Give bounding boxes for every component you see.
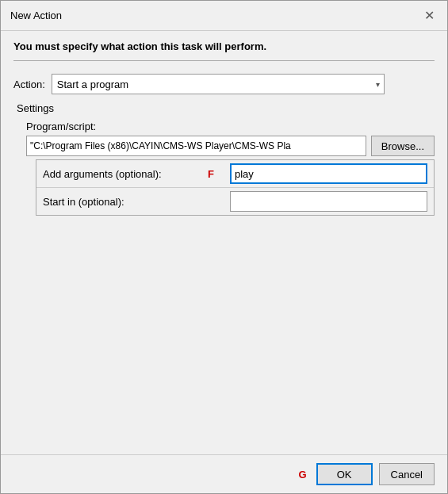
- warning-section: You must specify what action this task w…: [13, 40, 435, 61]
- settings-label: Settings: [17, 102, 435, 114]
- program-input[interactable]: [26, 136, 366, 156]
- settings-table: Add arguments (optional): F Start in (op…: [36, 159, 435, 216]
- close-button[interactable]: ✕: [420, 7, 438, 25]
- flag-g: G: [299, 469, 307, 481]
- action-row: Action: Start a program Send an e-mail D…: [13, 74, 435, 94]
- field-group: Program/script: Browse... Add arguments …: [26, 121, 435, 216]
- browse-button[interactable]: Browse...: [371, 136, 435, 156]
- dialog-footer: G OK Cancel: [1, 454, 447, 493]
- args-input[interactable]: [230, 163, 427, 184]
- program-label: Program/script:: [26, 121, 435, 132]
- program-row: Browse...: [26, 136, 435, 156]
- action-label: Action:: [13, 79, 45, 90]
- action-select-wrapper[interactable]: Start a program Send an e-mail Display a…: [52, 74, 385, 94]
- start-input[interactable]: [230, 191, 427, 212]
- new-action-dialog: New Action ✕ You must specify what actio…: [0, 0, 448, 494]
- warning-text: You must specify what action this task w…: [13, 40, 266, 52]
- args-label: Add arguments (optional):: [43, 168, 201, 180]
- flag-f: F: [208, 168, 224, 180]
- ok-button[interactable]: OK: [316, 463, 373, 485]
- start-row: Start in (optional):: [36, 187, 434, 215]
- settings-section: Settings Program/script: Browse... Add a…: [17, 102, 435, 216]
- title-bar: New Action ✕: [1, 1, 447, 31]
- cancel-button[interactable]: Cancel: [379, 463, 435, 485]
- dialog-title: New Action: [10, 10, 62, 21]
- action-select[interactable]: Start a program Send an e-mail Display a…: [52, 74, 385, 94]
- args-row: Add arguments (optional): F: [36, 160, 434, 187]
- start-label: Start in (optional):: [43, 196, 201, 208]
- dialog-content: You must specify what action this task w…: [1, 31, 447, 454]
